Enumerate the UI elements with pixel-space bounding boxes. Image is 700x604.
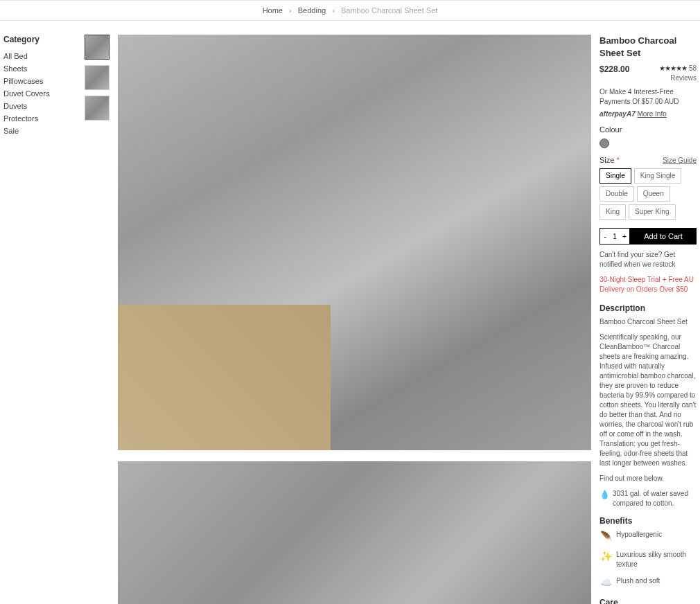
colour-label: Colour: [600, 125, 622, 135]
benefit-text: Luxurious silky smooth texture: [616, 550, 697, 569]
size-queen[interactable]: Queen: [637, 186, 670, 202]
colour-swatch-charcoal[interactable]: [600, 139, 609, 148]
quantity-decrease[interactable]: -: [600, 229, 610, 244]
care-heading: Care: [600, 597, 697, 604]
water-drop-icon: 💧: [600, 489, 610, 501]
description-title: Bamboo Charcoal Sheet Set: [600, 317, 697, 327]
product-info: Bamboo Charcoal Sheet Set $228.00 ★★★★★ …: [600, 35, 697, 604]
product-image-1[interactable]: [118, 35, 591, 450]
quantity-input[interactable]: [610, 229, 620, 244]
size-single[interactable]: Single: [600, 168, 631, 184]
quantity-increase[interactable]: +: [620, 229, 629, 244]
thumbnail-1[interactable]: [85, 35, 110, 60]
category-sidebar: Category All Bed Sheets Pillowcases Duve…: [3, 35, 76, 604]
product-title: Bamboo Charcoal Sheet Set: [600, 35, 697, 60]
star-rating-icon: ★★★★★: [659, 64, 687, 72]
reviews-label: Reviews: [670, 74, 697, 82]
chevron-right-icon: ›: [289, 6, 292, 15]
product-price: $228.00: [600, 64, 629, 76]
benefit-item: ☁️ Plush and soft: [600, 576, 697, 590]
size-king[interactable]: King: [600, 204, 626, 220]
product-image-2[interactable]: [118, 461, 591, 604]
thumbnail-2[interactable]: [85, 65, 110, 90]
more-info-link[interactable]: More Info: [637, 110, 666, 118]
sidebar-item[interactable]: Duvet Covers: [3, 87, 76, 100]
size-label: Size: [600, 156, 614, 164]
water-saved-text: 3031 gal. of water saved compared to cot…: [613, 489, 697, 508]
quantity-stepper: - +: [600, 228, 630, 245]
benefit-text: Plush and soft: [616, 576, 660, 586]
chevron-right-icon: ›: [332, 6, 335, 15]
benefit-text: Hypoallergenic: [616, 530, 662, 540]
cloud-icon: ☁️: [600, 576, 612, 590]
benefits-heading: Benefits: [600, 515, 697, 527]
thumbnail-list: [85, 35, 110, 604]
benefit-item: ✨ Luxurious silky smooth texture: [600, 550, 697, 569]
sidebar-item[interactable]: Duvets: [3, 100, 76, 112]
reviews-count: 58: [689, 64, 697, 72]
size-super-king[interactable]: Super King: [629, 204, 675, 220]
sidebar-item[interactable]: Protectors: [3, 112, 76, 125]
size-guide-link[interactable]: Size Guide: [663, 156, 697, 166]
breadcrumb-bedding[interactable]: Bedding: [298, 6, 326, 15]
thumbnail-3[interactable]: [85, 96, 110, 121]
installment-text: Or Make 4 Interest-Free Payments Of $57.…: [600, 87, 697, 107]
sidebar-item[interactable]: Sheets: [3, 62, 76, 75]
sidebar-item[interactable]: Sale: [3, 125, 76, 137]
size-king-single[interactable]: King Single: [634, 168, 682, 184]
sidebar-heading: Category: [3, 35, 76, 44]
reviews-summary[interactable]: ★★★★★ 58 Reviews: [659, 64, 697, 83]
sidebar-item[interactable]: Pillowcases: [3, 75, 76, 87]
breadcrumb-current: Bamboo Charcoal Sheet Set: [341, 6, 437, 15]
description-more: Find out more below.: [600, 474, 697, 483]
description-body: Scientifically speaking, our CleanBamboo…: [600, 332, 697, 468]
benefit-item: 🪶 Hypoallergenic: [600, 530, 697, 544]
notify-text[interactable]: Can't find your size? Get notified when …: [600, 250, 697, 269]
feather-icon: 🪶: [600, 530, 612, 544]
afterpay-logo: afterpayA7: [600, 110, 636, 118]
breadcrumb: Home › Bedding › Bamboo Charcoal Sheet S…: [0, 0, 700, 21]
size-options: Single King Single Double Queen King Sup…: [600, 168, 697, 220]
breadcrumb-home[interactable]: Home: [263, 6, 283, 15]
description-heading: Description: [600, 303, 697, 314]
sparkle-icon: ✨: [600, 550, 612, 564]
promo-text: 30-Night Sleep Trial + Free AU Delivery …: [600, 275, 697, 294]
size-double[interactable]: Double: [600, 186, 634, 202]
product-gallery: [118, 35, 591, 604]
sidebar-item[interactable]: All Bed: [3, 50, 76, 62]
add-to-cart-button[interactable]: Add to Cart: [630, 228, 697, 245]
